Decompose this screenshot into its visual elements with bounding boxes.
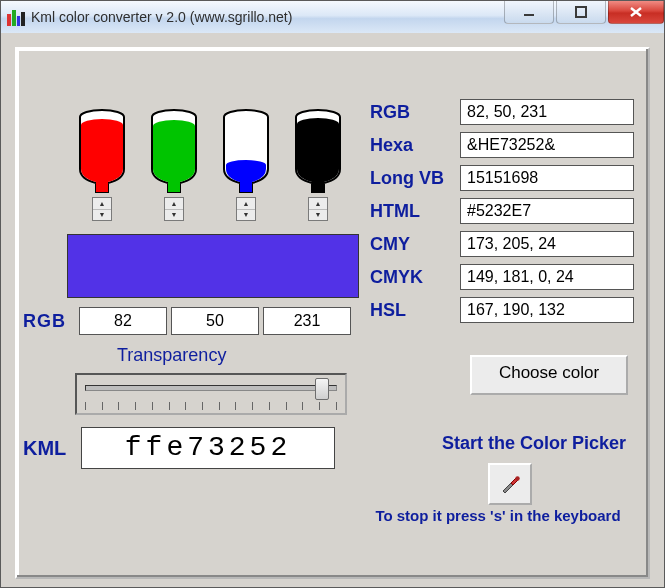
readout-cmy-value[interactable]: 173, 205, 24 <box>460 231 634 257</box>
transparency-slider[interactable] <box>75 373 347 415</box>
color-picker-stop-hint: To stop it press 's' in the keyboard <box>348 507 648 524</box>
readout-rgb: RGB 82, 50, 231 <box>370 99 634 125</box>
svg-point-7 <box>226 160 266 170</box>
readout-html-value[interactable]: #5232E7 <box>460 198 634 224</box>
choose-color-button[interactable]: Choose color <box>470 355 628 395</box>
bottle-black-spinner[interactable]: ▲▼ <box>308 197 328 221</box>
bottle-green-body <box>148 109 200 193</box>
readout-longvb-value[interactable]: 15151698 <box>460 165 634 191</box>
readout-cmy: CMY 173, 205, 24 <box>370 231 634 257</box>
bottle-blue-spinner[interactable]: ▲▼ <box>236 197 256 221</box>
readout-rgb-label: RGB <box>370 102 460 123</box>
readout-cmyk-value[interactable]: 149, 181, 0, 24 <box>460 264 634 290</box>
bottle-red-body <box>76 109 128 193</box>
rgb-g-input[interactable]: 50 <box>171 307 259 335</box>
svg-rect-0 <box>524 14 534 16</box>
readout-longvb-label: Long VB <box>370 168 460 189</box>
readout-html: HTML #5232E7 <box>370 198 634 224</box>
close-button[interactable] <box>608 1 664 24</box>
svg-point-10 <box>515 476 519 480</box>
bottle-green-spinner[interactable]: ▲▼ <box>164 197 184 221</box>
main-panel: ▲▼ ▲▼ <box>15 47 650 579</box>
readout-hexa-value[interactable]: &HE73252& <box>460 132 634 158</box>
bottle-red-spinner[interactable]: ▲▼ <box>92 197 112 221</box>
readout-rgb-value[interactable]: 82, 50, 231 <box>460 99 634 125</box>
readouts: RGB 82, 50, 231 Hexa &HE73252& Long VB 1… <box>370 99 634 330</box>
window-controls <box>502 1 664 23</box>
color-preview <box>67 234 359 298</box>
bottle-green: ▲▼ <box>145 109 203 221</box>
bottle-blue: ▲▼ <box>217 109 275 221</box>
bottle-blue-body <box>220 109 272 193</box>
rgb-input-row: RGB 82 50 231 <box>23 307 351 335</box>
kml-row: KML ffe73252 <box>23 427 335 469</box>
bottle-row: ▲▼ ▲▼ <box>73 109 347 221</box>
transparency-label: Transparency <box>117 345 226 366</box>
readout-longvb: Long VB 15151698 <box>370 165 634 191</box>
readout-cmyk-label: CMYK <box>370 267 460 288</box>
app-window: Kml color converter v 2.0 (www.sgrillo.n… <box>0 0 665 588</box>
bottle-black-body <box>292 109 344 193</box>
rgb-r-input[interactable]: 82 <box>79 307 167 335</box>
readout-hexa-label: Hexa <box>370 135 460 156</box>
client-area: ▲▼ ▲▼ <box>1 33 664 587</box>
kml-label: KML <box>23 437 81 460</box>
readout-hsl: HSL 167, 190, 132 <box>370 297 634 323</box>
kml-output[interactable]: ffe73252 <box>81 427 335 469</box>
titlebar: Kml color converter v 2.0 (www.sgrillo.n… <box>1 1 664 34</box>
color-picker-label: Start the Color Picker <box>442 433 626 454</box>
minimize-button[interactable] <box>504 1 554 24</box>
slider-thumb[interactable] <box>315 378 329 400</box>
maximize-button[interactable] <box>556 1 606 24</box>
bottle-black: ▲▼ <box>289 109 347 221</box>
readout-html-label: HTML <box>370 201 460 222</box>
readout-cmy-label: CMY <box>370 234 460 255</box>
readout-hsl-label: HSL <box>370 300 460 321</box>
rgb-label: RGB <box>23 311 75 332</box>
color-picker-button[interactable] <box>488 463 532 505</box>
readout-hexa: Hexa &HE73252& <box>370 132 634 158</box>
readout-cmyk: CMYK 149, 181, 0, 24 <box>370 264 634 290</box>
readout-hsl-value[interactable]: 167, 190, 132 <box>460 297 634 323</box>
window-title: Kml color converter v 2.0 (www.sgrillo.n… <box>31 9 292 25</box>
eyedropper-icon <box>499 473 521 495</box>
bottle-red: ▲▼ <box>73 109 131 221</box>
rgb-b-input[interactable]: 231 <box>263 307 351 335</box>
svg-point-5 <box>153 120 195 132</box>
app-icon <box>7 8 25 26</box>
svg-point-9 <box>297 118 339 130</box>
svg-point-3 <box>81 119 123 131</box>
svg-rect-1 <box>576 7 586 17</box>
